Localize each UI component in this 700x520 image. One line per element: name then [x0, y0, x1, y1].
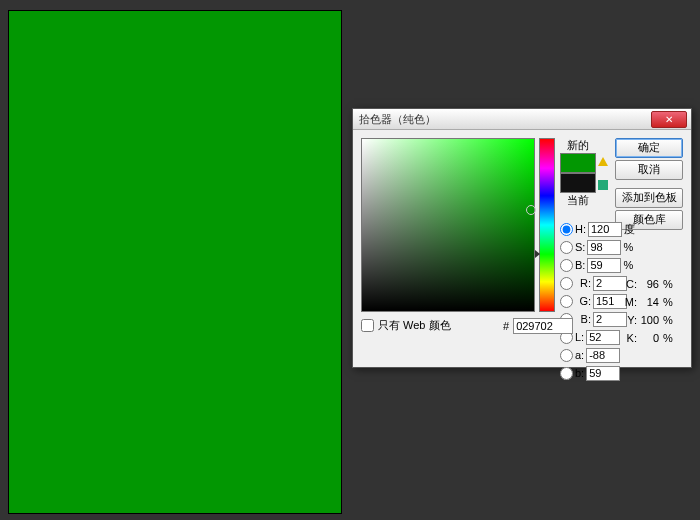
close-icon: ✕ — [665, 114, 673, 125]
input-bv[interactable] — [587, 258, 621, 273]
hash-label: # — [503, 320, 509, 332]
color-picker-dialog: 拾色器（纯色） ✕ 新的 当前 确定 取消 添加到色板 颜色 — [352, 108, 692, 368]
websafe-icon[interactable] — [598, 180, 608, 190]
web-only-checkbox[interactable] — [361, 319, 374, 332]
val-m: 14 — [639, 296, 659, 308]
input-g[interactable] — [593, 294, 627, 309]
input-lb[interactable] — [586, 366, 620, 381]
radio-s[interactable] — [560, 241, 573, 254]
dialog-title: 拾色器（纯色） — [359, 112, 436, 127]
document-canvas[interactable] — [8, 10, 342, 514]
workspace: 拾色器（纯色） ✕ 新的 当前 确定 取消 添加到色板 颜色 — [0, 0, 700, 520]
val-c: 96 — [639, 278, 659, 290]
radio-b[interactable] — [560, 259, 573, 272]
radio-lb[interactable] — [560, 367, 573, 380]
hue-thumb[interactable] — [535, 250, 540, 258]
input-bb[interactable] — [593, 312, 627, 327]
hue-slider[interactable] — [539, 138, 555, 312]
radio-r[interactable] — [560, 277, 573, 290]
val-y: 100 — [639, 314, 659, 326]
cancel-button[interactable]: 取消 — [615, 160, 683, 180]
web-only-row[interactable]: 只有 Web 颜色 — [361, 318, 451, 333]
new-label: 新的 — [560, 138, 596, 153]
val-k: 0 — [639, 332, 659, 344]
radio-h[interactable] — [560, 223, 573, 236]
gamut-warning-icon[interactable] — [598, 156, 608, 166]
input-r[interactable] — [593, 276, 627, 291]
hex-input[interactable] — [513, 318, 573, 334]
dialog-body: 新的 当前 确定 取消 添加到色板 颜色库 H:度 S:% B:% R: G: … — [353, 130, 691, 368]
ok-button[interactable]: 确定 — [615, 138, 683, 158]
current-label: 当前 — [560, 193, 596, 208]
web-only-label: 只有 Web 颜色 — [378, 318, 451, 333]
input-h[interactable] — [588, 222, 622, 237]
color-field[interactable] — [361, 138, 535, 312]
input-l[interactable] — [586, 330, 620, 345]
dialog-titlebar[interactable]: 拾色器（纯色） ✕ — [353, 109, 691, 130]
swatch-compare: 新的 当前 — [560, 138, 596, 200]
radio-g[interactable] — [560, 295, 573, 308]
add-swatch-button[interactable]: 添加到色板 — [615, 188, 683, 208]
new-swatch[interactable] — [560, 153, 596, 173]
input-a[interactable] — [586, 348, 620, 363]
color-cursor[interactable] — [526, 205, 536, 215]
hex-row: # — [503, 318, 573, 334]
close-button[interactable]: ✕ — [651, 111, 687, 128]
cmyk-fields: C:96% M:14% Y:100% K:0% — [623, 275, 675, 347]
radio-a[interactable] — [560, 349, 573, 362]
current-swatch[interactable] — [560, 173, 596, 193]
input-s[interactable] — [587, 240, 621, 255]
